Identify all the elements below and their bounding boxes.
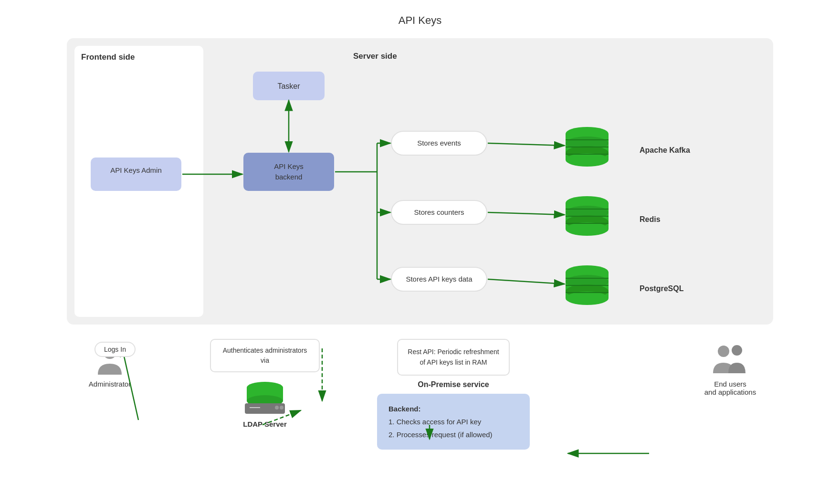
authenticates-box: Authenticates administrators via LDAP Se…	[210, 339, 320, 428]
backend-line2: 1. Checks access for API key	[388, 415, 518, 428]
svg-text:Stores counters: Stores counters	[414, 208, 464, 216]
svg-point-61	[732, 345, 742, 356]
svg-rect-2	[91, 158, 181, 191]
svg-text:Apache Kafka: Apache Kafka	[640, 146, 690, 154]
svg-text:Stores API keys data: Stores API keys data	[406, 275, 472, 283]
svg-text:API Keys: API Keys	[274, 162, 304, 170]
svg-text:backend: backend	[275, 173, 303, 181]
main-diagram: Frontend side Server side Tasker API Key…	[29, 38, 811, 450]
backend-line1: Backend:	[388, 402, 518, 415]
svg-line-51	[488, 279, 565, 284]
end-users-actor: End users and applications	[687, 344, 773, 396]
ldap-server-icon	[241, 377, 289, 415]
gray-area: Frontend side Server side Tasker API Key…	[67, 38, 773, 325]
backend-line3: 2. Processes request (if allowed)	[388, 428, 518, 441]
rest-api-section: Rest API: Periodic refreshment of API ke…	[358, 339, 549, 450]
logs-in-pill: Logs In	[94, 342, 136, 357]
svg-text:Stores events: Stores events	[417, 139, 461, 147]
page-wrapper: API Keys Frontend side Server side Taske…	[19, 10, 821, 454]
svg-point-17	[566, 153, 609, 167]
svg-rect-4	[243, 153, 334, 191]
svg-text:PostgreSQL: PostgreSQL	[640, 284, 684, 293]
svg-rect-56	[245, 403, 285, 414]
svg-line-50	[488, 212, 565, 215]
ldap-label: LDAP Server	[243, 420, 286, 428]
diagram-svg: Tasker API Keys Admin API Keys backend S…	[67, 38, 773, 329]
bottom-section: Administrator Authenticates administrato…	[67, 334, 773, 450]
end-users-label: End users and applications	[704, 380, 756, 396]
rest-api-box: Rest API: Periodic refreshment of API ke…	[397, 339, 509, 376]
svg-point-60	[718, 346, 729, 357]
end-users-icon	[711, 344, 749, 377]
svg-text:Redis: Redis	[640, 215, 661, 223]
backend-box: Backend: 1. Checks access for API key 2.…	[377, 394, 530, 450]
on-premise-title: On-Premise service	[418, 380, 489, 389]
authenticates-label: Authenticates administrators via	[210, 339, 320, 372]
administrator-label: Administrator	[89, 380, 131, 388]
svg-point-35	[566, 292, 609, 305]
svg-point-26	[566, 222, 609, 236]
svg-text:Tasker: Tasker	[277, 82, 300, 90]
svg-line-49	[488, 143, 565, 146]
svg-point-59	[280, 406, 284, 410]
svg-point-58	[275, 406, 279, 410]
svg-text:API Keys Admin: API Keys Admin	[110, 166, 162, 174]
page-title: API Keys	[29, 14, 811, 27]
